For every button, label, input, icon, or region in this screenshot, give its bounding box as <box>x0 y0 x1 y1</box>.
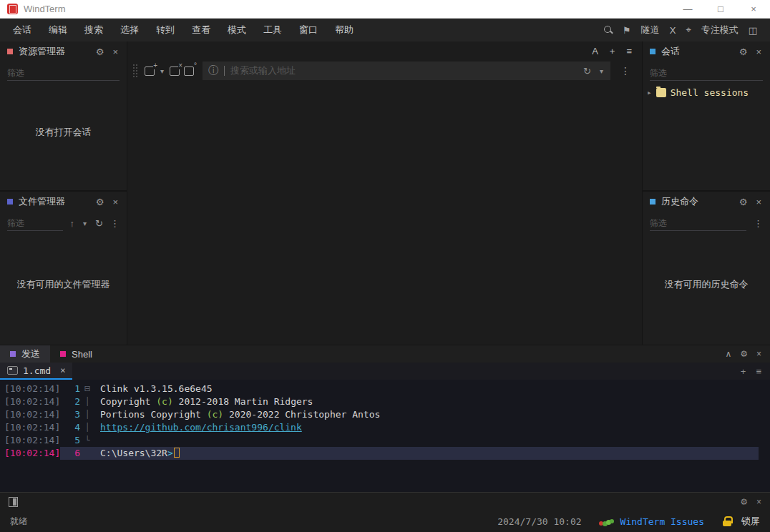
address-bar[interactable]: ⓘ 搜索或输入地址 ↻ ▾ <box>203 61 610 80</box>
status-bar: 就绪 2024/7/30 10:02 WindTerm Issues 锁屏 <box>0 511 770 532</box>
menu-mode[interactable]: 模式 <box>219 19 255 41</box>
search-icon[interactable] <box>604 26 613 34</box>
pane-close-icon[interactable]: × <box>756 497 761 507</box>
file-manager-panel-icon <box>7 199 13 205</box>
menu-session[interactable]: 会话 <box>4 19 40 41</box>
new-tab-dropdown-icon[interactable]: ▾ <box>160 67 164 75</box>
explorer-panel-title: 资源管理器 <box>19 45 89 58</box>
explorer-panel-icon <box>7 49 13 54</box>
tab-shell[interactable]: Shell <box>50 345 102 363</box>
explorer-filter-input[interactable] <box>7 65 120 81</box>
chevron-down-icon[interactable]: ▾ <box>83 220 87 227</box>
windterm-logo-icon <box>7 4 18 14</box>
close-button[interactable]: × <box>737 4 770 14</box>
text-a-button[interactable]: A <box>592 46 598 56</box>
reopen-tab-icon[interactable]: ° <box>184 66 194 76</box>
shell-tab-label: Shell <box>72 349 92 360</box>
history-settings-gear-icon[interactable]: ⚙ <box>738 197 749 207</box>
address-dropdown-icon[interactable]: ▾ <box>600 67 603 75</box>
history-panel: 历史命令 ⚙ × ⋮ 没有可用的历史命令 <box>643 192 770 345</box>
add-button[interactable]: + <box>610 46 615 56</box>
tab-1cmd[interactable]: 1.cmd × <box>0 363 72 380</box>
bug-icon <box>599 516 613 526</box>
tree-expand-caret-icon[interactable]: ▸ <box>647 88 652 97</box>
terminal-link[interactable]: https://github.com/chrisant996/clink <box>100 422 302 433</box>
terminal-file-tabs: 1.cmd × + ≡ <box>0 363 770 380</box>
shell-settings-gear-icon[interactable]: ⚙ <box>740 349 748 359</box>
main-area: 资源管理器 ⚙ × 没有打开会话 文件管理器 ⚙ × ↑ ▾ ↻ ⋮ <box>0 41 770 345</box>
tab-send[interactable]: 发送 <box>0 345 50 363</box>
tunnel-button[interactable]: 隧道 <box>641 24 660 36</box>
menu-help[interactable]: 帮助 <box>326 19 362 41</box>
menu-goto[interactable]: 转到 <box>147 19 183 41</box>
history-empty-text: 没有可用的历史命令 <box>643 232 770 345</box>
folder-icon <box>656 88 666 97</box>
cmd-icon <box>7 366 18 375</box>
address-caret <box>224 66 225 76</box>
shell-close-icon[interactable]: × <box>756 349 761 359</box>
explorer-settings-gear-icon[interactable]: ⚙ <box>94 46 106 57</box>
close-tab-icon[interactable]: × <box>170 66 180 76</box>
terminal-tabs-menu-icon[interactable]: ≡ <box>756 366 761 377</box>
windterm-pane-icon[interactable] <box>9 497 18 507</box>
tree-item-label: Shell sessions <box>671 87 749 98</box>
history-more-dots-icon[interactable]: ⋮ <box>754 218 763 229</box>
terminal-line: [10:02:14]4│https://github.com/chrisant9… <box>0 421 759 434</box>
cmd-tab-close-icon[interactable]: × <box>60 365 65 375</box>
history-close-icon[interactable]: × <box>754 197 763 207</box>
history-panel-icon <box>650 199 656 205</box>
terminal-line: [10:02:14]2│Copyright (c) 2012-2018 Mart… <box>0 395 759 408</box>
menu-select[interactable]: 选择 <box>112 19 147 41</box>
focus-mode-button[interactable]: 专注模式 <box>701 24 739 36</box>
menu-edit[interactable]: 编辑 <box>40 19 76 41</box>
file-manager-settings-gear-icon[interactable]: ⚙ <box>94 197 106 207</box>
explorer-panel: 资源管理器 ⚙ × 没有打开会话 <box>0 41 127 192</box>
toolbar-more-dots-icon[interactable]: ⋮ <box>615 65 636 77</box>
new-tab-icon[interactable]: + <box>145 66 155 76</box>
info-icon[interactable]: ⓘ <box>208 64 218 77</box>
right-sidebar: 会话 ⚙ × ▸ Shell sessions 历史命令 ⚙ × <box>642 41 770 345</box>
refresh-icon[interactable]: ↻ <box>95 218 103 229</box>
pane-settings-gear-icon[interactable]: ⚙ <box>740 497 748 507</box>
session-filter-input[interactable] <box>650 65 763 81</box>
session-close-icon[interactable]: × <box>754 46 763 57</box>
lock-screen-button[interactable]: 锁屏 <box>741 515 760 528</box>
shell-panel: 发送 Shell ∧ ⚙ × 1.cmd × + ≡ [10:02:14]1⊟C… <box>0 345 770 492</box>
terminal-cursor <box>174 448 180 458</box>
status-ready-text: 就绪 <box>10 516 27 528</box>
explorer-close-icon[interactable]: × <box>111 46 120 57</box>
up-arrow-icon[interactable]: ↑ <box>70 218 75 229</box>
file-manager-filter-input[interactable] <box>7 215 63 231</box>
toolbar-drag-handle[interactable] <box>133 64 139 77</box>
menu-view[interactable]: 查看 <box>183 19 219 41</box>
maximize-button[interactable]: □ <box>704 4 737 14</box>
windterm-issues-link[interactable]: WindTerm Issues <box>620 516 704 527</box>
send-tab-label: 发送 <box>21 348 40 360</box>
menu-tools[interactable]: 工具 <box>255 19 291 41</box>
title-bar: WindTerm — □ × <box>0 0 770 19</box>
lock-icon <box>723 516 731 526</box>
layout-icon[interactable]: ◫ <box>749 25 757 36</box>
tree-item-shell-sessions[interactable]: ▸ Shell sessions <box>643 82 770 104</box>
minimize-button[interactable]: — <box>671 4 704 14</box>
left-sidebar: 资源管理器 ⚙ × 没有打开会话 文件管理器 ⚙ × ↑ ▾ ↻ ⋮ <box>0 41 127 345</box>
file-manager-panel: 文件管理器 ⚙ × ↑ ▾ ↻ ⋮ 没有可用的文件管理器 <box>0 192 127 345</box>
file-manager-close-icon[interactable]: × <box>111 197 120 207</box>
session-panel-icon <box>650 49 656 54</box>
terminal-lines[interactable]: [10:02:14]1⊟Clink v1.3.15.6e6e45[10:02:1… <box>0 380 770 492</box>
cmd-tab-label: 1.cmd <box>23 365 51 376</box>
tunnel-flag-icon: ⚑ <box>623 25 631 36</box>
center-area: A + ≡ + ▾ × ° ⓘ 搜索或输入地址 ↻ ▾ ⋮ <box>127 41 642 345</box>
hamburger-menu-icon[interactable]: ≡ <box>626 46 632 56</box>
status-datetime: 2024/7/30 10:02 <box>497 516 581 527</box>
window-title: WindTerm <box>24 4 66 14</box>
new-terminal-tab-icon[interactable]: + <box>741 366 746 377</box>
more-dots-icon[interactable]: ⋮ <box>110 218 120 229</box>
address-refresh-icon[interactable]: ↻ <box>583 66 591 77</box>
menu-window[interactable]: 窗口 <box>291 19 326 41</box>
collapse-chevron-icon[interactable]: ∧ <box>725 349 731 359</box>
x-button[interactable]: X <box>670 25 676 36</box>
menu-search[interactable]: 搜索 <box>76 19 112 41</box>
session-settings-gear-icon[interactable]: ⚙ <box>738 46 749 57</box>
history-filter-input[interactable] <box>650 215 746 231</box>
